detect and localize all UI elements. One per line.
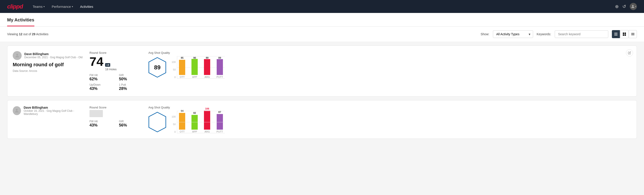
- svg-rect-5: [624, 32, 626, 34]
- shot-quality-section-2: Avg Shot Quality 100 50 0: [148, 106, 631, 133]
- gir-stat-2: GIR 56%: [119, 120, 143, 128]
- fw-hit-stat: FW Hit 62%: [90, 74, 114, 82]
- shot-quality-hexagon-2: [148, 112, 166, 132]
- user-info: Dave Billingham December 05, 2021 · Gog …: [13, 51, 84, 60]
- teams-chevron-icon: ▾: [44, 5, 45, 8]
- svg-point-13: [16, 109, 18, 111]
- ott-bar-group: 85 OTT: [179, 56, 185, 78]
- data-source: Data Source: Arccos: [13, 70, 84, 72]
- user-date-2: October 16, 2021 · Gog Magog Golf Club -…: [24, 109, 84, 116]
- svg-rect-3: [614, 35, 618, 36]
- activity-title: Morning round of golf: [13, 62, 84, 68]
- svg-point-11: [16, 54, 18, 56]
- sq-content: 89 100 50 0 85: [148, 56, 631, 78]
- hexagon-score: 89: [154, 64, 161, 71]
- shot-quality-chart: 100 50 0 85 O: [172, 56, 225, 78]
- score-placeholder: [90, 110, 103, 117]
- user-info-2: Dave Billingham October 16, 2021 · Gog M…: [13, 106, 84, 116]
- svg-marker-14: [149, 112, 166, 132]
- activity-card-2: Dave Billingham October 16, 2021 · Gog M…: [7, 100, 637, 139]
- arg-bar: [204, 59, 210, 75]
- keywords-label: Keywords:: [537, 32, 551, 36]
- header-right: ⊕ ↺ ▾: [615, 3, 637, 10]
- nav-activities[interactable]: Activities: [78, 3, 96, 10]
- app-label-2: APP: [192, 130, 197, 133]
- activity-type-select[interactable]: All Activity Types: [493, 30, 533, 38]
- shot-quality-section: Avg Shot Quality 89 100 50 0: [148, 51, 631, 78]
- view-grid-button[interactable]: [620, 30, 628, 38]
- arg-label-2: ARG: [204, 130, 210, 133]
- svg-rect-8: [631, 33, 634, 34]
- svg-rect-10: [631, 35, 634, 35]
- activity-type-filter[interactable]: All Activity Types: [493, 30, 533, 38]
- show-label: Show:: [481, 32, 489, 36]
- activity-card: Dave Billingham December 05, 2021 · Gog …: [7, 46, 637, 96]
- user-name-2: Dave Billingham: [24, 106, 84, 109]
- sub-header: My Activities: [0, 13, 644, 26]
- performance-chevron-icon: ▾: [72, 5, 73, 8]
- arg-label: ARG: [204, 76, 210, 78]
- ott-bar-group-2: 94 OTT: [179, 110, 185, 133]
- putt-bar-group: 89 PUTT: [216, 56, 223, 78]
- viewing-count-text: Viewing 12 out of 29 Activities: [7, 32, 477, 36]
- logo[interactable]: clippd: [7, 3, 23, 10]
- search-input[interactable]: [555, 30, 608, 38]
- ott-label-2: OTT: [180, 130, 184, 133]
- arg-value-2: 106: [205, 107, 209, 110]
- user-details: Dave Billingham December 05, 2021 · Gog …: [24, 52, 82, 59]
- svg-rect-6: [623, 34, 624, 36]
- header: clippd Teams ▾ Performance ▾ Activities …: [0, 0, 644, 13]
- svg-rect-1: [614, 33, 618, 33]
- arg-bar-group-2: 106 ARG: [204, 107, 210, 133]
- app-value-2: 82: [193, 112, 196, 114]
- chart-y-50: 50: [172, 68, 176, 71]
- user-avatar[interactable]: ▾: [630, 3, 637, 10]
- shot-quality-hexagon: 89: [148, 57, 166, 78]
- app-bar: [192, 59, 198, 75]
- view-toggle: [612, 30, 637, 38]
- refresh-icon[interactable]: ↺: [622, 4, 626, 9]
- oneputt-stat: 1 Putt 28%: [119, 83, 143, 91]
- updown-stat: Up/Down 43%: [90, 83, 114, 91]
- chart-y-0: 0: [172, 76, 176, 78]
- shot-quality-chart-2: 100 50 0 94 OTT: [172, 111, 225, 133]
- nav-teams[interactable]: Teams ▾: [30, 3, 47, 10]
- round-score-label-2: Round Score: [90, 106, 143, 109]
- fw-hit-stat-2: FW Hit 43%: [90, 120, 114, 128]
- app-bar-group: 90 APP: [192, 56, 198, 78]
- putt-value: 89: [218, 56, 221, 59]
- view-list-simple-button[interactable]: [629, 30, 637, 38]
- user-date: December 05, 2021 · Gog Magog Golf Club …: [24, 56, 82, 59]
- ott-value: 85: [181, 56, 184, 59]
- user-avatar-card-2: [13, 106, 21, 115]
- ott-label: OTT: [180, 76, 184, 78]
- avg-shot-quality-label-2: Avg Shot Quality: [148, 106, 631, 109]
- arg-bar-2: [204, 111, 210, 130]
- svg-rect-4: [623, 32, 624, 34]
- arg-value: 89: [206, 56, 208, 59]
- svg-rect-9: [631, 34, 634, 34]
- chart2-y-0: 0: [172, 130, 176, 133]
- header-left: clippd Teams ▾ Performance ▾ Activities: [7, 3, 96, 10]
- svg-rect-7: [624, 34, 626, 36]
- svg-rect-2: [614, 34, 618, 34]
- filter-bar: Viewing 12 out of 29 Activities Show: Al…: [0, 26, 644, 42]
- page-title: My Activities: [7, 13, 34, 26]
- gir-stat: GIR 50%: [119, 74, 143, 82]
- round-score-value: 74: [90, 55, 103, 68]
- score-diff-badge: +4: [105, 63, 110, 67]
- edit-button[interactable]: [626, 49, 633, 56]
- user-name: Dave Billingham: [24, 52, 82, 56]
- putt-bar: [217, 59, 223, 75]
- main-nav: Teams ▾ Performance ▾ Activities: [30, 3, 96, 10]
- nav-performance[interactable]: Performance ▾: [49, 3, 76, 10]
- view-list-detail-button[interactable]: [612, 30, 620, 38]
- round-score-label: Round Score: [90, 51, 143, 54]
- putt-label-2: PUTT: [216, 130, 223, 133]
- svg-point-0: [632, 5, 634, 6]
- add-icon[interactable]: ⊕: [615, 4, 619, 9]
- user-details-2: Dave Billingham October 16, 2021 · Gog M…: [24, 106, 84, 116]
- ott-bar-2: [179, 113, 185, 130]
- user-avatar-card: [13, 51, 22, 60]
- card-left-2: Dave Billingham October 16, 2021 · Gog M…: [13, 106, 84, 117]
